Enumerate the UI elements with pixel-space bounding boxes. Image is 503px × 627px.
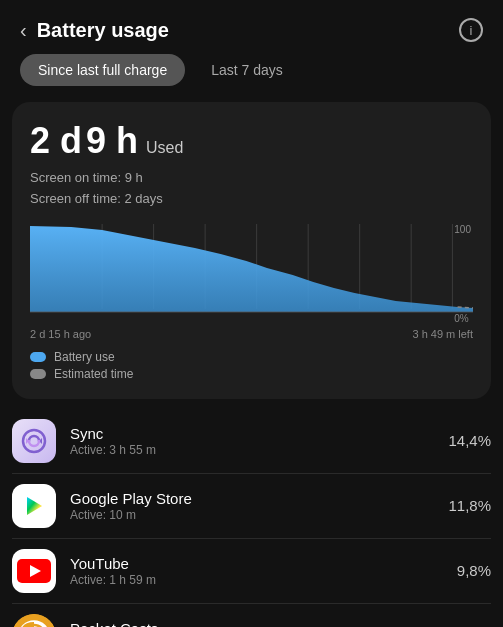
list-item[interactable]: YouTube Active: 1 h 59 m 9,8% [12, 539, 491, 604]
page-title: Battery usage [37, 19, 459, 42]
chart-legend: Battery use Estimated time [30, 350, 473, 381]
youtube-name: YouTube [70, 555, 457, 572]
legend-battery-label: Battery use [54, 350, 115, 364]
youtube-active: Active: 1 h 59 m [70, 573, 457, 587]
app-list: Sync Active: 3 h 55 m 14,4% [0, 409, 503, 627]
back-button[interactable]: ‹ [20, 19, 27, 42]
tab-last-7-days[interactable]: Last 7 days [193, 54, 301, 86]
sync-active: Active: 3 h 55 m [70, 443, 448, 457]
pocket-casts-icon [12, 614, 56, 627]
list-item[interactable]: Pocket Casts Active: 25 m 5,5% [12, 604, 491, 627]
sync-info: Sync Active: 3 h 55 m [70, 425, 448, 457]
sync-name: Sync [70, 425, 448, 442]
legend-estimated: Estimated time [30, 367, 473, 381]
tab-row: Since last full charge Last 7 days [0, 54, 503, 102]
used-label: Used [146, 139, 183, 157]
chart-y-min: 0% [454, 313, 471, 324]
play-name: Google Play Store [70, 490, 448, 507]
sync-icon [12, 419, 56, 463]
time-hours: 9 h [86, 120, 138, 162]
legend-estimated-label: Estimated time [54, 367, 133, 381]
time-days: 2 d [30, 120, 82, 162]
legend-battery-dot [30, 352, 46, 362]
play-store-icon [12, 484, 56, 528]
screen-off-time: Screen off time: 2 days [30, 189, 473, 210]
chart-y-labels: 100 0% [452, 224, 473, 324]
play-info: Google Play Store Active: 10 m [70, 490, 448, 522]
info-icon: i [470, 23, 473, 38]
battery-chart: 100 0% [30, 224, 473, 324]
chart-left-label: 2 d 15 h ago [30, 328, 91, 340]
screen: ‹ Battery usage i Since last full charge… [0, 0, 503, 627]
chart-right-label: 3 h 49 m left [412, 328, 473, 340]
legend-estimated-dot [30, 369, 46, 379]
header: ‹ Battery usage i [0, 0, 503, 54]
youtube-icon [12, 549, 56, 593]
pocket-casts-info: Pocket Casts Active: 25 m [70, 620, 457, 627]
pocket-casts-name: Pocket Casts [70, 620, 457, 627]
chart-y-max: 100 [454, 224, 471, 235]
info-button[interactable]: i [459, 18, 483, 42]
time-used-row: 2 d 9 h Used [30, 120, 473, 162]
youtube-info: YouTube Active: 1 h 59 m [70, 555, 457, 587]
battery-card: 2 d 9 h Used Screen on time: 9 h Screen … [12, 102, 491, 399]
tab-since-charge[interactable]: Since last full charge [20, 54, 185, 86]
svg-marker-13 [27, 497, 42, 515]
chart-x-labels: 2 d 15 h ago 3 h 49 m left [30, 328, 473, 340]
play-active: Active: 10 m [70, 508, 448, 522]
list-item[interactable]: Google Play Store Active: 10 m 11,8% [12, 474, 491, 539]
play-percent: 11,8% [448, 497, 491, 514]
list-item[interactable]: Sync Active: 3 h 55 m 14,4% [12, 409, 491, 474]
svg-marker-8 [30, 226, 473, 312]
sync-percent: 14,4% [448, 432, 491, 449]
screen-on-time: Screen on time: 9 h [30, 168, 473, 189]
youtube-percent: 9,8% [457, 562, 491, 579]
screen-times: Screen on time: 9 h Screen off time: 2 d… [30, 168, 473, 210]
chart-svg [30, 224, 473, 324]
legend-battery: Battery use [30, 350, 473, 364]
